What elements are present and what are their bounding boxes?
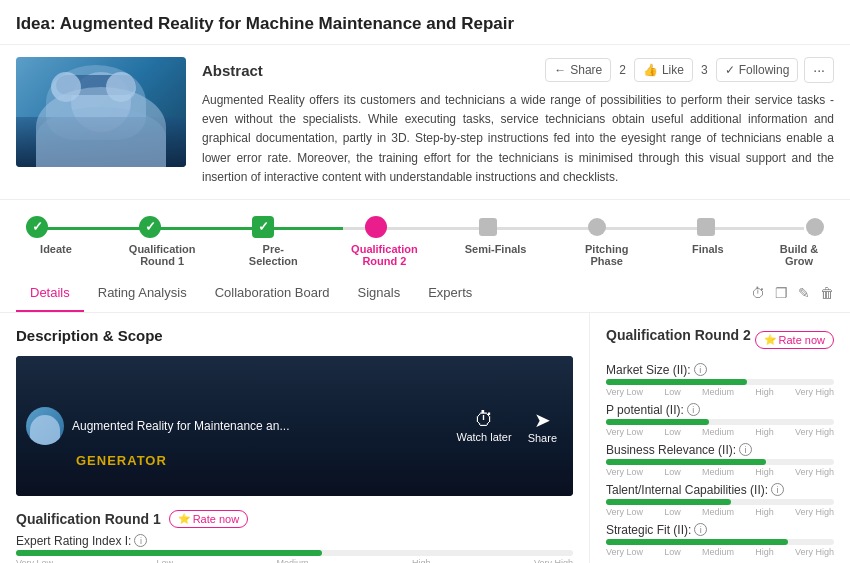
share-video-btn[interactable]: ➤ Share <box>528 408 557 444</box>
business-relevance-bar-fill <box>606 459 766 465</box>
abstract-title: Abstract <box>202 62 263 79</box>
abstract-header: Abstract ← Share 2 👍 Like 3 ✓ Following <box>202 57 834 83</box>
strategic-fit-bar-fill <box>606 539 788 545</box>
stage-label-semi: Semi-Finals <box>461 243 531 267</box>
round1-rating-row: Expert Rating Index I: i Very Low Low Me… <box>16 534 573 563</box>
round2-rate-button[interactable]: ⭐ Rate now <box>755 331 834 349</box>
video-controls: ⏱ Watch later ➤ Share <box>456 408 557 444</box>
stage-qual2 <box>365 216 387 238</box>
stage-finals <box>697 218 715 236</box>
criteria-business-relevance: Business Relevance (II): i Very LowLowMe… <box>606 443 834 477</box>
strategic-fit-scale: Very LowLowMediumHighVery High <box>606 547 834 557</box>
strategic-fit-info-icon[interactable]: i <box>694 523 707 536</box>
share-icon: ← <box>554 63 566 77</box>
following-label: Following <box>739 63 790 77</box>
like-count: 3 <box>699 63 710 77</box>
round1-scale: Very Low Low Medium High Very High <box>16 558 573 563</box>
delete-icon[interactable]: 🗑 <box>820 285 834 301</box>
tab-rating-analysis[interactable]: Rating Analysis <box>84 275 201 312</box>
p-potential-info-icon[interactable]: i <box>687 403 700 416</box>
stage-label-presel: Pre-Selection <box>238 243 308 267</box>
criteria-market-size: Market Size (II): i Very LowLowMediumHig… <box>606 363 834 397</box>
edit-icon[interactable]: ✎ <box>798 285 810 301</box>
share-button[interactable]: ← Share <box>545 58 611 82</box>
stage-label-pitch: Pitching Phase <box>572 243 642 267</box>
criteria-label-1: P potential (II): i <box>606 403 834 417</box>
copy-icon[interactable]: ❐ <box>775 285 788 301</box>
page-header: Idea: Augmented Reality for Machine Main… <box>0 0 850 45</box>
stage-semifinals <box>479 218 497 236</box>
criteria-strategic-fit: Strategic Fit (II): i Very LowLowMediumH… <box>606 523 834 557</box>
p-potential-scale: Very LowLowMediumHighVery High <box>606 427 834 437</box>
round2-header: Qualification Round 2 ⭐ Rate now <box>606 327 834 353</box>
criteria-list: Market Size (II): i Very LowLowMediumHig… <box>606 363 834 557</box>
idea-image-visual <box>16 57 186 167</box>
strategic-fit-bar <box>606 539 834 545</box>
stage-pitching <box>588 218 606 236</box>
qual-round1-section: Qualification Round 1 ⭐ Rate now Expert … <box>16 510 573 563</box>
abstract-actions: ← Share 2 👍 Like 3 ✓ Following ··· <box>545 57 834 83</box>
criteria-p-potential: P potential (II): i Very LowLowMediumHig… <box>606 403 834 437</box>
page: Idea: Augmented Reality for Machine Main… <box>0 0 850 563</box>
talent-bar-fill <box>606 499 731 505</box>
stage-label-qual1: QualificationRound 1 <box>127 243 197 267</box>
talent-info-icon[interactable]: i <box>771 483 784 496</box>
round1-bar <box>16 550 573 556</box>
business-relevance-scale: Very LowLowMediumHighVery High <box>606 467 834 477</box>
criteria-label-3: Talent/Internal Capabilities (II): i <box>606 483 834 497</box>
tab-details[interactable]: Details <box>16 275 84 312</box>
progress-section: ✓ ✓ ✓ <box>0 200 850 275</box>
like-button[interactable]: 👍 Like <box>634 58 693 82</box>
tab-action-icons: ⏱ ❐ ✎ 🗑 <box>751 285 834 301</box>
tabs-bar: Details Rating Analysis Collaboration Bo… <box>0 275 850 313</box>
video-avatar <box>26 407 64 445</box>
like-label: Like <box>662 63 684 77</box>
talent-scale: Very LowLowMediumHighVery High <box>606 507 834 517</box>
history-icon[interactable]: ⏱ <box>751 285 765 301</box>
like-icon: 👍 <box>643 63 658 77</box>
abstract-section: Abstract ← Share 2 👍 Like 3 ✓ Following <box>202 57 834 187</box>
criteria-label-4: Strategic Fit (II): i <box>606 523 834 537</box>
p-potential-bar-fill <box>606 419 709 425</box>
following-icon: ✓ <box>725 63 735 77</box>
top-section: Abstract ← Share 2 👍 Like 3 ✓ Following <box>0 45 850 200</box>
left-panel: Description & Scope GENERATOR Augmented … <box>0 313 590 563</box>
rate-label: Rate now <box>193 513 239 525</box>
business-relevance-info-icon[interactable]: i <box>739 443 752 456</box>
round1-header: Qualification Round 1 ⭐ Rate now <box>16 510 573 528</box>
tab-signals[interactable]: Signals <box>344 275 415 312</box>
criteria-label-2: Business Relevance (II): i <box>606 443 834 457</box>
main-content: Description & Scope GENERATOR Augmented … <box>0 313 850 563</box>
share-count: 2 <box>617 63 628 77</box>
criteria-talent: Talent/Internal Capabilities (II): i Ver… <box>606 483 834 517</box>
round1-info-icon[interactable]: i <box>134 534 147 547</box>
round1-rating-label: Expert Rating Index I: i <box>16 534 573 548</box>
stage-label-finals: Finals <box>683 243 733 267</box>
stage-label-qual2: QualificationRound 2 <box>349 243 419 267</box>
video-title: Augmented Reality for Maintenance an... <box>72 419 289 433</box>
page-title: Idea: Augmented Reality for Machine Main… <box>16 14 834 34</box>
share-label: Share <box>570 63 602 77</box>
tab-collaboration-board[interactable]: Collaboration Board <box>201 275 344 312</box>
rate-icon-2: ⭐ <box>764 334 776 345</box>
stage-label-ideate: Ideate <box>26 243 86 267</box>
video-thumbnail[interactable]: GENERATOR Augmented Reality for Maintena… <box>16 356 573 496</box>
following-button[interactable]: ✓ Following <box>716 58 799 82</box>
round1-title: Qualification Round 1 <box>16 511 161 527</box>
round1-bar-fill <box>16 550 322 556</box>
round2-title: Qualification Round 2 <box>606 327 751 343</box>
tab-experts[interactable]: Experts <box>414 275 486 312</box>
abstract-text: Augmented Reality offers its customers a… <box>202 91 834 187</box>
rate-icon: ⭐ <box>178 513 190 524</box>
talent-bar <box>606 499 834 505</box>
more-button[interactable]: ··· <box>804 57 834 83</box>
stage-buildgrow <box>806 218 824 236</box>
rate-label-2: Rate now <box>779 334 825 346</box>
more-icon: ··· <box>813 62 825 78</box>
criteria-label-0: Market Size (II): i <box>606 363 834 377</box>
idea-image <box>16 57 186 167</box>
watch-later-btn[interactable]: ⏱ Watch later <box>456 408 511 443</box>
p-potential-bar <box>606 419 834 425</box>
market-size-info-icon[interactable]: i <box>694 363 707 376</box>
round1-rate-button[interactable]: ⭐ Rate now <box>169 510 248 528</box>
